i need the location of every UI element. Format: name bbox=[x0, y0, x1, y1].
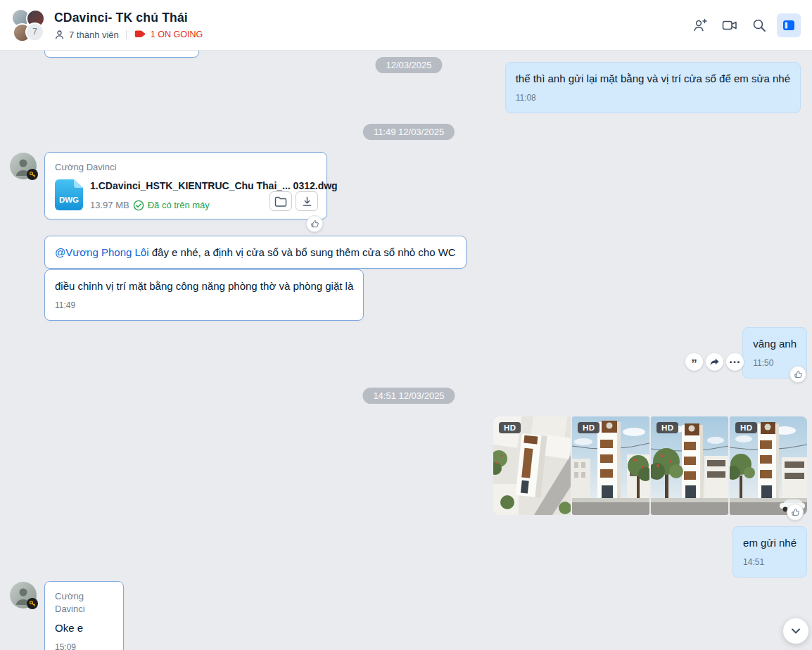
thumb-up-icon bbox=[791, 508, 800, 517]
date-pill: 12/03/2025 bbox=[375, 57, 442, 73]
group-avatar[interactable]: 7 bbox=[11, 8, 45, 42]
person-plus-icon bbox=[692, 18, 708, 32]
video-camera-icon bbox=[722, 19, 737, 32]
message-time: 14:51 bbox=[743, 556, 797, 568]
more-icon: … bbox=[729, 358, 742, 361]
chat-title: CDavinci- TK chú Thái bbox=[54, 11, 203, 25]
person-icon bbox=[54, 30, 65, 40]
message-hover-actions: ” … bbox=[685, 353, 744, 371]
date-pill: 11:49 12/03/2025 bbox=[363, 124, 455, 140]
message-text: đây e nhé, a định vị cửa sổ và bổ sung t… bbox=[149, 246, 456, 258]
sender-name: Cường Davinci bbox=[55, 161, 317, 174]
message-file[interactable]: Cường Davinci DWG 1.CDavinci_HSTK_KIENTR… bbox=[44, 152, 327, 219]
members-button[interactable]: 7 thành viên bbox=[54, 30, 119, 40]
message-time: 11:49 bbox=[55, 300, 353, 312]
admin-key-icon bbox=[27, 598, 38, 609]
dwg-file-icon: DWG bbox=[55, 179, 83, 210]
members-label: 7 thành viên bbox=[69, 30, 119, 40]
forward-icon bbox=[709, 357, 720, 367]
chat-window: 12/03/2025 thế thì anh gửi lại mặt bằng … bbox=[0, 0, 812, 650]
quote-icon: ” bbox=[691, 361, 697, 368]
message-text: em gửi nhé bbox=[743, 535, 797, 550]
sender-name: Cường Davinci bbox=[55, 590, 113, 616]
message-in[interactable]: @Vương Phong Lôi đây e nhé, a định vị cử… bbox=[44, 236, 467, 269]
photo-thumbnail[interactable]: HD bbox=[493, 416, 571, 515]
message-in[interactable]: Cường Davinci Oke e 15:09 bbox=[44, 581, 124, 650]
chat-header: 7 CDavinci- TK chú Thái 7 thành viên 1 bbox=[0, 0, 812, 51]
message-text: thế thì anh gửi lại mặt bằng và vị trí c… bbox=[516, 71, 790, 86]
thumb-up-icon bbox=[310, 219, 319, 229]
file-ext-label: DWG bbox=[59, 196, 79, 204]
more-button[interactable]: … bbox=[726, 353, 744, 371]
thumb-up-icon bbox=[794, 370, 803, 379]
divider bbox=[126, 30, 127, 39]
photo-thumbnail[interactable]: HD bbox=[651, 416, 728, 515]
file-size: 13.97 MB bbox=[90, 199, 129, 212]
message-text: vâng anh bbox=[753, 336, 797, 351]
photo-thumbnail[interactable]: HD bbox=[572, 416, 649, 515]
sidebar-panel-icon bbox=[782, 18, 796, 32]
download-button[interactable] bbox=[296, 191, 318, 211]
open-folder-button[interactable] bbox=[269, 191, 292, 211]
message-out[interactable]: thế thì anh gửi lại mặt bằng và vị trí c… bbox=[505, 62, 801, 113]
like-button[interactable] bbox=[789, 366, 806, 383]
member-count-badge: 7 bbox=[25, 23, 44, 42]
hd-badge: HD bbox=[735, 422, 757, 433]
message-time: 15:09 bbox=[55, 642, 113, 650]
chevron-down-icon bbox=[790, 625, 801, 637]
mention-link[interactable]: @Vương Phong Lôi bbox=[55, 246, 149, 258]
ongoing-label: 1 ON GOING bbox=[151, 30, 203, 39]
like-button[interactable] bbox=[787, 504, 804, 521]
hd-badge: HD bbox=[578, 422, 600, 433]
photo-thumbnail[interactable]: HD bbox=[730, 416, 807, 515]
photo-gallery: HD bbox=[493, 416, 807, 515]
search-button[interactable] bbox=[747, 13, 771, 37]
video-call-button[interactable] bbox=[718, 13, 742, 37]
date-pill: 14:51 12/03/2025 bbox=[362, 388, 455, 404]
message-time: 11:50 bbox=[753, 357, 797, 369]
avatar[interactable] bbox=[10, 582, 37, 608]
message-text: điều chỉnh vị trí mặt bằng công năng phò… bbox=[55, 279, 353, 293]
quote-button[interactable]: ” bbox=[685, 353, 703, 371]
hd-badge: HD bbox=[499, 422, 521, 433]
admin-key-icon bbox=[27, 169, 38, 180]
folder-icon bbox=[274, 196, 287, 207]
like-button[interactable] bbox=[306, 215, 323, 232]
scroll-to-bottom-button[interactable] bbox=[783, 618, 808, 644]
check-circle-icon bbox=[133, 200, 144, 211]
ongoing-badge[interactable]: 1 ON GOING bbox=[134, 30, 203, 39]
message-time: 11:08 bbox=[516, 92, 790, 104]
download-icon bbox=[302, 196, 312, 207]
red-tag-icon bbox=[134, 30, 146, 39]
search-icon bbox=[752, 18, 766, 32]
toggle-conversation-info-button[interactable] bbox=[777, 13, 801, 37]
message-out[interactable]: em gửi nhé 14:51 bbox=[732, 526, 807, 578]
message-in[interactable]: điều chỉnh vị trí mặt bằng công năng phò… bbox=[44, 269, 364, 321]
hd-badge: HD bbox=[656, 422, 678, 433]
avatar[interactable] bbox=[10, 153, 37, 179]
message-text: Oke e bbox=[55, 620, 113, 635]
forward-button[interactable] bbox=[706, 353, 723, 371]
add-member-button[interactable] bbox=[688, 13, 712, 37]
file-status: Đã có trên máy bbox=[148, 199, 210, 212]
